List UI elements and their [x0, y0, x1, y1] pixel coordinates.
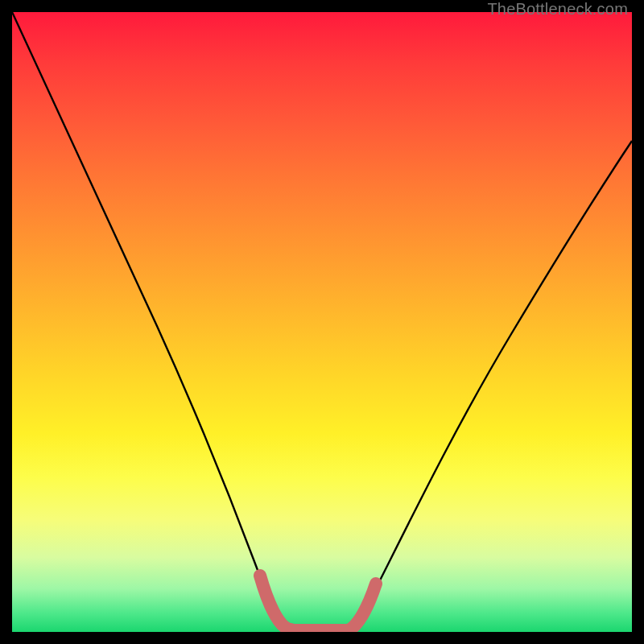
chart-frame: TheBottleneck.com: [0, 0, 644, 644]
plot-area: [12, 12, 632, 632]
optimal-band-highlight: [12, 12, 632, 632]
watermark-text: TheBottleneck.com: [487, 0, 628, 19]
optimal-band-path: [260, 576, 376, 630]
